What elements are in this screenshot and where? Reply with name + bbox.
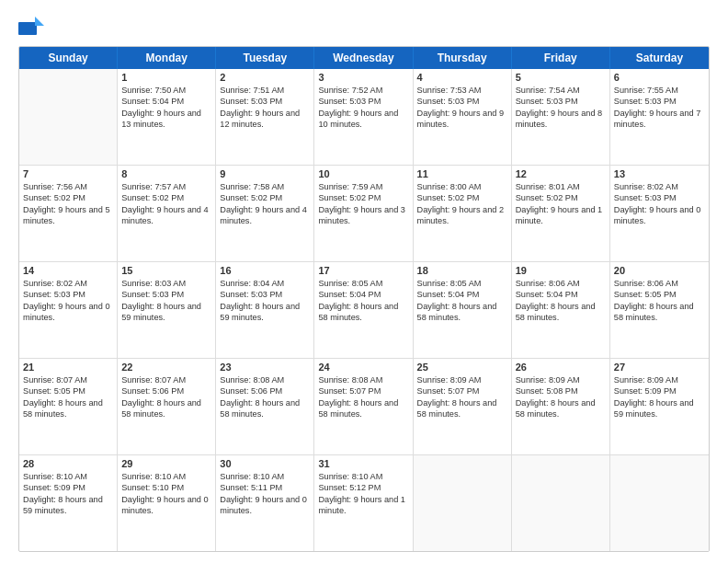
daylight-text: Daylight: 8 hours and 58 minutes. xyxy=(516,301,606,324)
day-number: 29 xyxy=(121,458,211,469)
day-number: 24 xyxy=(318,362,408,373)
calendar-cell-r1c3: 10Sunrise: 7:59 AMSunset: 5:02 PMDayligh… xyxy=(314,166,413,261)
sunset-text: Sunset: 5:03 PM xyxy=(614,192,705,203)
calendar-cell-r0c3: 3Sunrise: 7:52 AMSunset: 5:03 PMDaylight… xyxy=(314,69,413,165)
calendar-cell-r2c2: 16Sunrise: 8:04 AMSunset: 5:03 PMDayligh… xyxy=(216,262,314,358)
header-day-friday: Friday xyxy=(512,47,610,69)
calendar-row-3: 21Sunrise: 8:07 AMSunset: 5:05 PMDayligh… xyxy=(19,359,709,455)
sunrise-text: Sunrise: 7:58 AM xyxy=(220,181,310,192)
calendar-row-0: 1Sunrise: 7:50 AMSunset: 5:04 PMDaylight… xyxy=(19,69,709,166)
sunrise-text: Sunrise: 7:53 AM xyxy=(417,85,507,96)
day-number: 5 xyxy=(516,72,606,83)
sunrise-text: Sunrise: 7:52 AM xyxy=(318,85,408,96)
calendar-cell-r1c6: 13Sunrise: 8:02 AMSunset: 5:03 PMDayligh… xyxy=(610,166,709,261)
header-day-tuesday: Tuesday xyxy=(216,47,314,69)
daylight-text: Daylight: 9 hours and 5 minutes. xyxy=(23,204,113,227)
sunrise-text: Sunrise: 7:54 AM xyxy=(516,85,606,96)
daylight-text: Daylight: 8 hours and 58 minutes. xyxy=(417,397,507,420)
day-number: 7 xyxy=(23,168,113,179)
sunrise-text: Sunrise: 8:02 AM xyxy=(23,278,113,289)
logo xyxy=(18,17,48,37)
daylight-text: Daylight: 9 hours and 10 minutes. xyxy=(318,108,408,131)
sunset-text: Sunset: 5:06 PM xyxy=(220,385,310,396)
calendar-cell-r4c3: 31Sunrise: 8:10 AMSunset: 5:12 PMDayligh… xyxy=(314,455,413,551)
day-number: 9 xyxy=(220,168,310,179)
daylight-text: Daylight: 8 hours and 58 minutes. xyxy=(516,397,606,420)
sunset-text: Sunset: 5:11 PM xyxy=(220,482,310,493)
sunset-text: Sunset: 5:09 PM xyxy=(614,385,705,396)
sunset-text: Sunset: 5:10 PM xyxy=(121,482,211,493)
header-day-saturday: Saturday xyxy=(610,47,709,69)
daylight-text: Daylight: 8 hours and 59 minutes. xyxy=(121,301,211,324)
sunset-text: Sunset: 5:04 PM xyxy=(516,289,606,300)
sunset-text: Sunset: 5:03 PM xyxy=(23,289,113,300)
sunset-text: Sunset: 5:08 PM xyxy=(516,385,606,396)
day-number: 16 xyxy=(220,265,310,276)
sunset-text: Sunset: 5:02 PM xyxy=(220,192,310,203)
sunset-text: Sunset: 5:07 PM xyxy=(318,385,408,396)
sunrise-text: Sunrise: 8:02 AM xyxy=(614,181,705,192)
daylight-text: Daylight: 9 hours and 0 minutes. xyxy=(220,494,310,517)
calendar-cell-r3c1: 22Sunrise: 8:07 AMSunset: 5:06 PMDayligh… xyxy=(118,359,216,454)
sunset-text: Sunset: 5:02 PM xyxy=(318,192,408,203)
sunrise-text: Sunrise: 8:06 AM xyxy=(516,278,606,289)
sunset-text: Sunset: 5:04 PM xyxy=(318,289,408,300)
day-number: 18 xyxy=(417,265,507,276)
calendar-cell-r1c4: 11Sunrise: 8:00 AMSunset: 5:02 PMDayligh… xyxy=(414,166,512,261)
day-number: 3 xyxy=(318,72,408,83)
calendar-cell-r3c2: 23Sunrise: 8:08 AMSunset: 5:06 PMDayligh… xyxy=(216,359,314,454)
day-number: 10 xyxy=(318,168,408,179)
sunrise-text: Sunrise: 8:00 AM xyxy=(417,181,507,192)
sunset-text: Sunset: 5:03 PM xyxy=(121,289,211,300)
sunset-text: Sunset: 5:05 PM xyxy=(614,289,705,300)
calendar-row-1: 7Sunrise: 7:56 AMSunset: 5:02 PMDaylight… xyxy=(19,166,709,262)
calendar-cell-r3c0: 21Sunrise: 8:07 AMSunset: 5:05 PMDayligh… xyxy=(19,359,118,454)
svg-rect-0 xyxy=(18,22,37,35)
daylight-text: Daylight: 9 hours and 8 minutes. xyxy=(516,108,606,131)
sunrise-text: Sunrise: 8:10 AM xyxy=(121,471,211,482)
calendar-cell-r4c5 xyxy=(512,455,610,551)
day-number: 17 xyxy=(318,265,408,276)
calendar-cell-r0c4: 4Sunrise: 7:53 AMSunset: 5:03 PMDaylight… xyxy=(414,69,512,165)
calendar-cell-r3c4: 25Sunrise: 8:09 AMSunset: 5:07 PMDayligh… xyxy=(414,359,512,454)
daylight-text: Daylight: 8 hours and 58 minutes. xyxy=(121,397,211,420)
calendar: SundayMondayTuesdayWednesdayThursdayFrid… xyxy=(18,46,710,552)
calendar-cell-r0c6: 6Sunrise: 7:55 AMSunset: 5:03 PMDaylight… xyxy=(610,69,709,165)
day-number: 11 xyxy=(417,168,507,179)
day-number: 2 xyxy=(220,72,310,83)
calendar-cell-r4c1: 29Sunrise: 8:10 AMSunset: 5:10 PMDayligh… xyxy=(118,455,216,551)
daylight-text: Daylight: 8 hours and 58 minutes. xyxy=(23,397,113,420)
daylight-text: Daylight: 9 hours and 0 minutes. xyxy=(614,204,705,227)
sunrise-text: Sunrise: 7:59 AM xyxy=(318,181,408,192)
day-number: 27 xyxy=(614,362,705,373)
header-day-thursday: Thursday xyxy=(414,47,512,69)
daylight-text: Daylight: 8 hours and 59 minutes. xyxy=(220,301,310,324)
day-number: 19 xyxy=(516,265,606,276)
calendar-cell-r2c0: 14Sunrise: 8:02 AMSunset: 5:03 PMDayligh… xyxy=(19,262,118,358)
sunrise-text: Sunrise: 7:55 AM xyxy=(614,85,705,96)
day-number: 20 xyxy=(614,265,705,276)
sunrise-text: Sunrise: 8:09 AM xyxy=(516,374,606,385)
calendar-cell-r1c5: 12Sunrise: 8:01 AMSunset: 5:02 PMDayligh… xyxy=(512,166,610,261)
day-number: 1 xyxy=(121,72,211,83)
sunrise-text: Sunrise: 7:57 AM xyxy=(121,181,211,192)
calendar-row-4: 28Sunrise: 8:10 AMSunset: 5:09 PMDayligh… xyxy=(19,455,709,551)
daylight-text: Daylight: 9 hours and 13 minutes. xyxy=(121,108,211,131)
daylight-text: Daylight: 9 hours and 1 minute. xyxy=(516,204,606,227)
day-number: 22 xyxy=(121,362,211,373)
calendar-cell-r2c6: 20Sunrise: 8:06 AMSunset: 5:05 PMDayligh… xyxy=(610,262,709,358)
day-number: 6 xyxy=(614,72,705,83)
day-number: 21 xyxy=(23,362,113,373)
calendar-cell-r4c4 xyxy=(414,455,512,551)
daylight-text: Daylight: 8 hours and 58 minutes. xyxy=(417,301,507,324)
daylight-text: Daylight: 8 hours and 59 minutes. xyxy=(614,397,705,420)
sunrise-text: Sunrise: 8:10 AM xyxy=(23,471,113,482)
sunset-text: Sunset: 5:12 PM xyxy=(318,482,408,493)
calendar-cell-r4c2: 30Sunrise: 8:10 AMSunset: 5:11 PMDayligh… xyxy=(216,455,314,551)
day-number: 30 xyxy=(220,458,310,469)
logo-icon xyxy=(18,17,44,37)
day-number: 25 xyxy=(417,362,507,373)
daylight-text: Daylight: 9 hours and 4 minutes. xyxy=(220,204,310,227)
sunrise-text: Sunrise: 8:08 AM xyxy=(318,374,408,385)
sunset-text: Sunset: 5:04 PM xyxy=(121,96,211,107)
